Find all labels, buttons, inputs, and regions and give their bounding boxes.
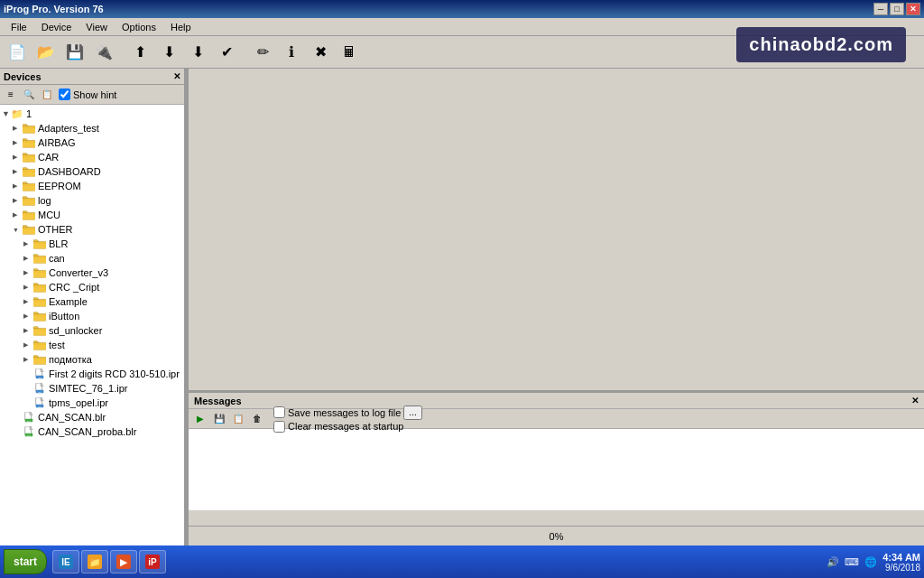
devices-label: Devices bbox=[4, 71, 42, 82]
tree-item[interactable]: ▶ CRC _Cript bbox=[0, 280, 184, 294]
title-bar-controls: ─ □ ✕ bbox=[873, 3, 920, 15]
tree-item[interactable]: ▶ log bbox=[0, 193, 184, 208]
title-bar: iProg Pro. Version 76 ─ □ ✕ bbox=[0, 0, 924, 18]
tree-item[interactable]: ▼ OTHER bbox=[0, 222, 184, 237]
tree-item[interactable]: ▶ sd_unlocker bbox=[0, 323, 184, 338]
menu-item-view[interactable]: View bbox=[79, 20, 115, 34]
tree-item-label: 1 bbox=[26, 108, 32, 119]
check-button[interactable]: ✔ bbox=[213, 40, 240, 65]
tree-item[interactable]: ▶ AIRBAG bbox=[0, 135, 184, 150]
media-app[interactable]: ▶ bbox=[110, 550, 137, 573]
main-canvas bbox=[189, 69, 924, 390]
devices-list-btn[interactable]: ≡ bbox=[3, 87, 19, 103]
menu-item-file[interactable]: File bbox=[4, 20, 34, 34]
tree-item[interactable]: IPR SIMTEC_76_1.ipr bbox=[0, 381, 184, 396]
info-button[interactable]: ℹ bbox=[278, 40, 305, 65]
start-button[interactable]: start bbox=[4, 549, 47, 574]
folder-icon bbox=[32, 354, 47, 365]
tree-item[interactable]: ▶ BLR bbox=[0, 237, 184, 251]
tree-item[interactable]: ▼📁1 bbox=[0, 107, 184, 121]
clear-startup-checkbox[interactable] bbox=[273, 421, 285, 433]
messages-toolbar: ▶ 💾 📋 🗑 Save messages to log file ... Cl… bbox=[189, 409, 924, 429]
file-blr-icon: BLR bbox=[22, 426, 36, 437]
tree-item[interactable]: BLR CAN_SCAN.blr bbox=[0, 410, 184, 424]
folder-icon bbox=[32, 282, 47, 293]
tree-item-label: sd_unlocker bbox=[49, 325, 102, 336]
msg-run-btn[interactable]: ▶ bbox=[192, 411, 208, 427]
file-ipr-icon: IPR bbox=[32, 397, 47, 408]
msg-clear-btn[interactable]: 🗑 bbox=[249, 411, 265, 427]
tree-item[interactable]: ▶ CAR bbox=[0, 150, 184, 164]
explorer-app[interactable]: 📁 bbox=[81, 550, 108, 573]
devices-close-icon[interactable]: ✕ bbox=[173, 71, 180, 81]
menu-item-device[interactable]: Device bbox=[34, 20, 79, 34]
ie-app[interactable]: IE bbox=[52, 550, 79, 573]
main-layout: Devices ✕ ≡ 🔍 📋 Show hint ▼📁1▶ Adapters_… bbox=[0, 69, 924, 545]
tree-expander: ▼ bbox=[13, 227, 22, 233]
tree-item[interactable]: ▶ EEPROM bbox=[0, 179, 184, 193]
tree-container[interactable]: ▼📁1▶ Adapters_test▶ AIRBAG▶ CAR▶ DASHBOA… bbox=[0, 105, 184, 545]
devices-details-btn[interactable]: 📋 bbox=[39, 87, 55, 103]
tree-item[interactable]: ▶ MCU bbox=[0, 208, 184, 222]
tree-item-label: Converter_v3 bbox=[49, 267, 108, 278]
devices-panel: Devices ✕ ≡ 🔍 📋 Show hint ▼📁1▶ Adapters_… bbox=[0, 69, 185, 545]
maximize-button[interactable]: □ bbox=[890, 3, 904, 15]
file-ipr-icon: IPR bbox=[32, 368, 47, 379]
devices-search-btn[interactable]: 🔍 bbox=[21, 87, 37, 103]
tree-item[interactable]: ▶ test bbox=[0, 338, 184, 352]
tree-item-label: can bbox=[49, 253, 65, 264]
close-button[interactable]: ✕ bbox=[906, 3, 920, 15]
save-button[interactable]: 💾 bbox=[61, 40, 88, 65]
messages-close-icon[interactable]: ✕ bbox=[911, 396, 919, 406]
tree-item[interactable]: ▶ iButton bbox=[0, 309, 184, 323]
tree-item-label: First 2 digits RCD 310-510.ipr bbox=[49, 368, 180, 379]
tree-item[interactable]: ▶ Example bbox=[0, 294, 184, 309]
down2-button[interactable]: ⬇ bbox=[184, 40, 211, 65]
tree-item-label: log bbox=[38, 195, 51, 206]
file-ipr-icon: IPR bbox=[32, 383, 47, 394]
connect-button[interactable]: 🔌 bbox=[90, 40, 117, 65]
menu-item-options[interactable]: Options bbox=[115, 20, 163, 34]
stop-button[interactable]: ✖ bbox=[307, 40, 334, 65]
progress-container: 0% bbox=[196, 531, 917, 542]
taskbar: start IE📁▶iP 🔊 ⌨ 🌐 4:34 AM 9/6/2018 bbox=[0, 545, 924, 578]
tree-item-label: MCU bbox=[38, 210, 60, 220]
tree-item[interactable]: ▶ Adapters_test bbox=[0, 121, 184, 135]
msg-save-btn[interactable]: 💾 bbox=[211, 411, 227, 427]
folder-icon bbox=[22, 210, 36, 220]
tree-expander: ▶ bbox=[13, 168, 22, 175]
up-button[interactable]: ⬆ bbox=[126, 40, 153, 65]
tree-expander: ▶ bbox=[23, 298, 32, 305]
write-button[interactable]: ✏ bbox=[249, 40, 276, 65]
down-button[interactable]: ⬇ bbox=[155, 40, 182, 65]
folder-icon bbox=[22, 123, 36, 134]
new-button[interactable]: 📄 bbox=[4, 40, 31, 65]
tray-volume-icon: 🔊 bbox=[827, 556, 839, 568]
tree-expander: ▶ bbox=[23, 341, 32, 349]
tree-item-label: AIRBAG bbox=[38, 137, 76, 148]
tree-item[interactable]: BLR CAN_SCAN_proba.blr bbox=[0, 424, 184, 439]
tree-item[interactable]: ▶ DASHBOARD bbox=[0, 164, 184, 179]
tree-item[interactable]: IPR tpms_opel.ipr bbox=[0, 396, 184, 410]
tree-expander: ▶ bbox=[23, 240, 32, 247]
folder-icon bbox=[32, 311, 47, 322]
tree-expander: ▶ bbox=[13, 211, 22, 219]
minimize-button[interactable]: ─ bbox=[873, 3, 888, 15]
menu-item-help[interactable]: Help bbox=[163, 20, 199, 34]
msg-copy-btn[interactable]: 📋 bbox=[230, 411, 246, 427]
tree-item[interactable]: ▶ Converter_v3 bbox=[0, 266, 184, 280]
iprog-app[interactable]: iP bbox=[139, 550, 166, 573]
tree-item-label: подмотка bbox=[49, 354, 92, 365]
tree-item[interactable]: IPR First 2 digits RCD 310-510.ipr bbox=[0, 367, 184, 381]
tree-item[interactable]: ▶ подмотка bbox=[0, 352, 184, 367]
open-button[interactable]: 📂 bbox=[32, 40, 60, 65]
browse-log-button[interactable]: ... bbox=[403, 406, 421, 420]
tree-item-label: CAN_SCAN_proba.blr bbox=[38, 426, 136, 437]
calc-button[interactable]: 🖩 bbox=[336, 40, 363, 65]
taskbar-tray: 🔊 ⌨ 🌐 4:34 AM 9/6/2018 bbox=[827, 552, 920, 573]
show-hint-checkbox[interactable] bbox=[59, 89, 70, 100]
file-blr-icon: BLR bbox=[22, 412, 36, 423]
save-log-checkbox[interactable] bbox=[273, 406, 285, 418]
tree-item-label: Example bbox=[49, 296, 88, 307]
tree-item[interactable]: ▶ can bbox=[0, 251, 184, 266]
